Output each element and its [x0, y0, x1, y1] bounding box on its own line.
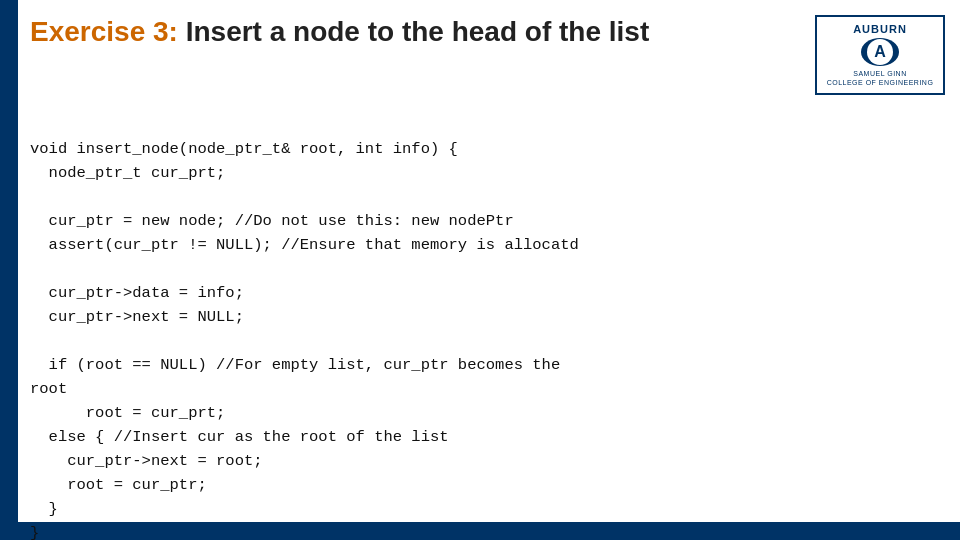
logo-a-letter: A: [874, 43, 886, 61]
code-line-12: root = cur_prt;: [30, 404, 225, 422]
code-line-13: else { //Insert cur as the root of the l…: [30, 428, 449, 446]
code-line-2: node_ptr_t cur_prt;: [30, 164, 225, 182]
slide-title: Exercise 3: Insert a node to the head of…: [30, 15, 649, 49]
code-line-4: cur_ptr = new node; //Do not use this: n…: [30, 212, 514, 230]
title-main: Insert a node to the head of the list: [178, 16, 649, 47]
slide: Exercise 3: Insert a node to the head of…: [0, 0, 960, 540]
logo-college: SAMUEL GINN COLLEGE OF ENGINEERING: [827, 69, 934, 87]
logo-circle: A: [861, 38, 899, 66]
logo-circle-inner: A: [867, 39, 893, 65]
code-line-10: if (root == NULL) //For empty list, cur_…: [30, 356, 560, 374]
logo-university-name: AUBURN: [853, 23, 907, 35]
code-line-3: [30, 188, 39, 206]
code-line-16: }: [30, 500, 58, 518]
university-logo: AUBURN A SAMUEL GINN COLLEGE OF ENGINEER…: [815, 15, 945, 95]
left-accent-bar: [0, 0, 18, 540]
logo-college-line2: COLLEGE OF ENGINEERING: [827, 79, 934, 86]
slide-content: Exercise 3: Insert a node to the head of…: [30, 15, 945, 515]
code-line-11: root: [30, 380, 67, 398]
title-row: Exercise 3: Insert a node to the head of…: [30, 15, 945, 95]
exercise-label: Exercise 3:: [30, 16, 178, 47]
code-line-6: [30, 260, 39, 278]
code-line-7: cur_ptr->data = info;: [30, 284, 244, 302]
code-line-15: root = cur_ptr;: [30, 476, 207, 494]
logo-college-line1: SAMUEL GINN: [853, 70, 906, 77]
code-line-5: assert(cur_ptr != NULL); //Ensure that m…: [30, 236, 579, 254]
code-line-9: [30, 332, 39, 350]
code-line-1: void insert_node(node_ptr_t& root, int i…: [30, 140, 458, 158]
code-line-17: }: [30, 524, 39, 540]
code-block: void insert_node(node_ptr_t& root, int i…: [30, 113, 945, 540]
code-line-8: cur_ptr->next = NULL;: [30, 308, 244, 326]
code-line-14: cur_ptr->next = root;: [30, 452, 263, 470]
